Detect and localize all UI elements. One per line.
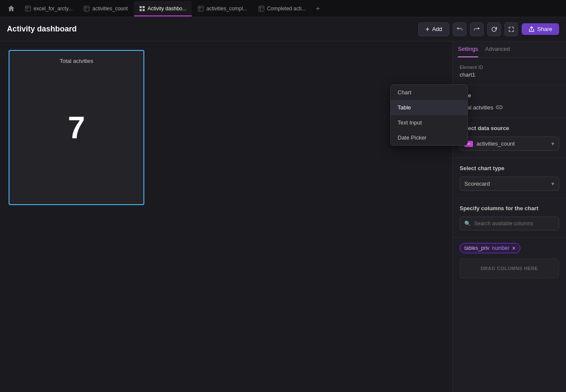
search-columns-box[interactable]: 🔍 [460,217,559,230]
svg-rect-0 [25,6,31,11]
tab-settings[interactable]: Settings [458,41,478,57]
undo-button[interactable] [453,22,466,36]
search-icon: 🔍 [464,221,471,227]
tab-label: Completed acti... [267,6,306,12]
chip-area: tables_priv number × [453,238,566,258]
svg-rect-7 [143,6,145,8]
main-layout: Total actvities 7 Chart Table Text Input… [0,41,566,392]
tab-label: activities_count [92,6,128,12]
plus-icon: + [426,25,429,33]
column-chip: tables_priv number × [460,243,520,253]
tab-completed-acti[interactable]: Completed acti... [253,1,311,16]
tab-label: activities_compl... [206,6,247,12]
svg-rect-13 [259,6,264,11]
chart-type-label: Select chart type [460,165,559,171]
drag-label: DRAG COLUMNS HERE [481,266,538,271]
svg-rect-8 [140,9,142,11]
add-button[interactable]: + Add [418,22,449,36]
dropdown-date-picker[interactable]: Date Picker [391,130,467,145]
widget-title: Total actvities [59,58,93,64]
columns-label: Specify columns for the chart [460,205,559,212]
chip-remove-button[interactable]: × [512,245,516,251]
element-id-value: chart1 [460,72,559,78]
link-icon[interactable] [496,104,503,111]
drag-columns-area: DRAG COLUMNS HERE [460,258,559,278]
header: Activity dashboard + Add [0,17,566,41]
dashboard-icon [139,6,145,12]
tab-bar: excel_for_arcty... activities_count Acti… [0,0,566,17]
scorecard-widget[interactable]: Total actvities 7 [9,50,144,205]
share-icon [529,26,535,32]
table-icon [198,6,204,12]
page-title: Activity dashboard [7,25,418,34]
tab-activities-count[interactable]: activities_count [78,1,133,16]
dropdown-table[interactable]: Table [391,100,467,115]
widget-value: 7 [68,110,85,145]
panel-tabs: Settings Advanced [453,41,566,58]
data-source-section: Select data source xl activities_count ▾ [453,118,566,158]
header-actions: + Add [418,22,559,36]
columns-section: Specify columns for the chart 🔍 [453,198,566,238]
right-panel: Settings Advanced Element ID chart1 Titl… [452,41,566,392]
title-value: Total actvities [460,104,559,111]
chart-type-section: Select chart type Scorecard ▾ [453,158,566,198]
tab-activities-compl[interactable]: activities_compl... [193,1,252,16]
tab-advanced[interactable]: Advanced [485,41,510,57]
element-id-section: Element ID chart1 [453,58,566,85]
element-id-label: Element ID [460,65,559,70]
refresh-icon [491,26,497,32]
chevron-down-icon: ▾ [551,180,554,187]
dropdown-chart[interactable]: Chart [391,85,467,100]
home-icon [8,5,15,12]
svg-rect-6 [140,6,142,8]
table-icon [84,6,90,12]
data-source-label: Select data source [460,125,559,131]
expand-button[interactable] [504,22,518,36]
add-tab-button[interactable]: + [312,3,324,15]
svg-rect-10 [198,6,203,11]
title-section: Title Total actvities [453,85,566,118]
chip-label: tables_priv [464,245,489,251]
dropdown-text-input[interactable]: Text Input [391,115,467,130]
tab-label: excel_for_arcty... [34,6,72,12]
chevron-down-icon: ▾ [551,140,554,147]
table-icon [25,6,31,12]
undo-icon [457,26,463,32]
tab-activity-dashboard[interactable]: Activity dashbo... [134,1,192,16]
canvas-area: Total actvities 7 Chart Table Text Input… [0,41,452,392]
data-source-select[interactable]: xl activities_count ▾ [460,137,559,151]
home-tab[interactable] [3,1,19,16]
redo-icon [474,26,480,32]
tab-excel-for-arcty[interactable]: excel_for_arcty... [20,1,78,16]
add-element-dropdown: Chart Table Text Input Date Picker [390,84,468,146]
refresh-button[interactable] [487,22,501,36]
tab-label: Activity dashbo... [148,6,187,12]
share-button[interactable]: Share [522,23,559,35]
table-icon [258,6,264,12]
redo-button[interactable] [470,22,484,36]
svg-rect-9 [143,9,145,11]
expand-icon [508,26,514,32]
svg-rect-3 [84,6,89,11]
search-columns-input[interactable] [474,221,554,227]
title-section-heading: Title [460,92,559,99]
chart-type-select[interactable]: Scorecard ▾ [460,177,559,191]
chip-tag: number [492,245,510,251]
